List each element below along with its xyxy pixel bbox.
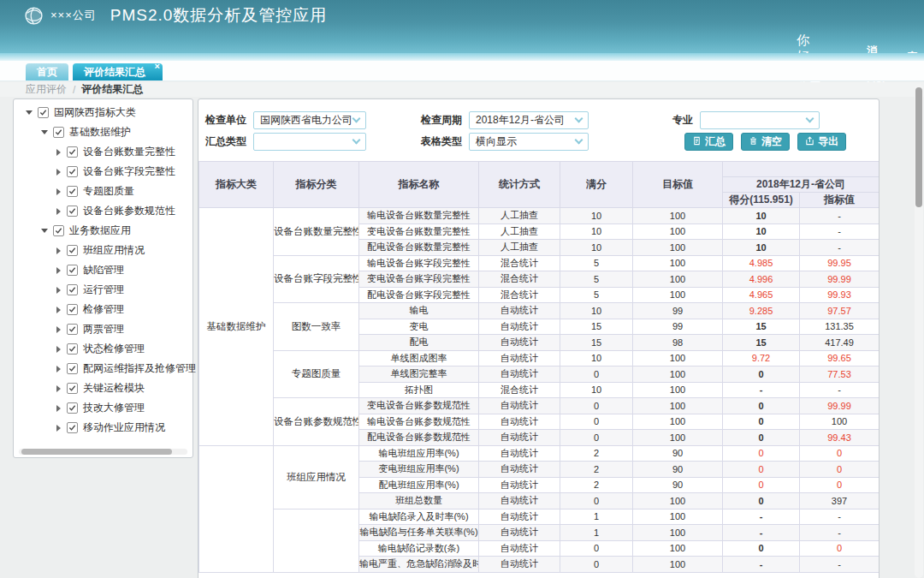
indicator-name-cell: 输电 bbox=[359, 303, 479, 319]
breadcrumb-parent[interactable]: 应用评价 bbox=[26, 82, 67, 97]
tree-checkbox-checked[interactable] bbox=[67, 343, 78, 355]
sidebar-hscrollbar[interactable] bbox=[19, 449, 187, 455]
score-cell: 4.965 bbox=[723, 287, 800, 303]
tree-checkbox-checked[interactable] bbox=[53, 127, 64, 138]
sidebar-hscrollbar-thumb[interactable] bbox=[21, 449, 172, 455]
tree-collapse-icon[interactable] bbox=[56, 287, 61, 294]
tree-item[interactable]: 基础数据维护 bbox=[22, 122, 191, 142]
major-select[interactable] bbox=[700, 111, 820, 129]
tree-item[interactable]: 设备台账参数规范性 bbox=[22, 201, 191, 221]
tree-item[interactable]: 运行管理 bbox=[22, 280, 191, 300]
tree-checkbox-checked[interactable] bbox=[67, 304, 78, 315]
tree-item[interactable]: 国网陕西指标大类 bbox=[22, 103, 191, 122]
tree-collapse-icon[interactable] bbox=[56, 208, 61, 215]
tree-item[interactable]: 关键运检模块 bbox=[22, 378, 191, 398]
check-period-select[interactable]: 2018年12月-省公司 bbox=[469, 111, 589, 129]
tree-collapse-icon[interactable] bbox=[56, 425, 61, 432]
tree-collapse-icon[interactable] bbox=[56, 247, 61, 254]
tree-collapse-icon[interactable] bbox=[56, 385, 61, 392]
tree-collapse-icon[interactable] bbox=[56, 346, 61, 353]
tab-close-icon[interactable]: × bbox=[155, 62, 160, 71]
content-area: 国网陕西指标大类基础数据维护设备台账数量完整性设备台账字段完整性专题图质量设备台… bbox=[0, 97, 924, 578]
tree-collapse-icon[interactable] bbox=[56, 366, 61, 372]
tree-collapse-icon[interactable] bbox=[56, 169, 61, 176]
tree-item[interactable]: 班组应用情况 bbox=[22, 241, 191, 260]
app-header: ×××公司 PMS2.0数据分析及管控应用 应用评价设备参数业务核查任务督办系统… bbox=[0, 0, 924, 53]
table-type-select[interactable]: 横向显示 bbox=[469, 133, 589, 151]
indicator-value-cell: 417.49 bbox=[800, 335, 880, 351]
tree-checkbox-checked[interactable] bbox=[67, 324, 78, 335]
score-cell: 0 bbox=[723, 462, 800, 478]
tree-item[interactable]: 技改大修管理 bbox=[22, 398, 191, 418]
tree-item[interactable]: 状态检修管理 bbox=[22, 339, 191, 359]
indicator-tree-panel: 国网陕西指标大类基础数据维护设备台账数量完整性设备台账字段完整性专题图质量设备台… bbox=[13, 98, 193, 458]
table-row: 图数一致率输电自动统计10999.28597.57 bbox=[199, 303, 880, 319]
summarize-button[interactable]: 汇总 bbox=[684, 133, 733, 151]
score-cell: 0 bbox=[723, 430, 800, 446]
tree-checkbox-checked[interactable] bbox=[67, 166, 78, 177]
export-button[interactable]: 导出 bbox=[797, 133, 846, 151]
full-score-cell: 10 bbox=[560, 208, 633, 224]
tree-expand-icon[interactable] bbox=[41, 229, 48, 233]
tab-eval-summary[interactable]: 评价结果汇总× bbox=[73, 63, 163, 80]
tree-item[interactable]: 检修管理 bbox=[22, 300, 191, 319]
tree-collapse-icon[interactable] bbox=[56, 267, 61, 274]
tree-expand-icon[interactable] bbox=[41, 130, 48, 134]
tree-collapse-icon[interactable] bbox=[56, 149, 61, 156]
tree-checkbox-checked[interactable] bbox=[67, 146, 78, 158]
score-cell: 0 bbox=[723, 540, 800, 557]
category-cell: 基础数据维护 bbox=[199, 208, 274, 446]
tree-checkbox-checked[interactable] bbox=[67, 284, 78, 295]
score-cell: 0 bbox=[723, 477, 800, 493]
check-unit-select[interactable]: 国网陕西省电力公司 bbox=[253, 111, 366, 129]
tree-collapse-icon[interactable] bbox=[56, 405, 61, 412]
main-vscrollbar[interactable] bbox=[915, 84, 923, 578]
indicator-value-cell: 99.95 bbox=[800, 255, 880, 271]
tree-item-label: 关键运检模块 bbox=[83, 381, 145, 396]
tree-checkbox-checked[interactable] bbox=[67, 402, 78, 414]
indicator-name-cell: 变电 bbox=[359, 319, 479, 335]
target-value-cell: 90 bbox=[633, 462, 723, 478]
tree-expand-icon[interactable] bbox=[26, 110, 33, 115]
indicator-value-cell: 97.57 bbox=[800, 303, 880, 319]
tree-item[interactable]: 配网运维指挥及抢修管理 bbox=[22, 359, 191, 378]
subcategory-cell: 设备台账参数规范性 bbox=[274, 398, 359, 446]
tree-collapse-icon[interactable] bbox=[56, 326, 61, 333]
tree-collapse-icon[interactable] bbox=[56, 307, 61, 313]
company-name: ×××公司 bbox=[50, 8, 97, 23]
breadcrumb-separator: / bbox=[73, 84, 75, 96]
select-value: 横向显示 bbox=[476, 134, 517, 149]
indicator-name-cell: 输电设备台账参数规范性 bbox=[359, 414, 479, 430]
tree-checkbox-checked[interactable] bbox=[67, 422, 78, 433]
target-value-cell: 100 bbox=[633, 525, 723, 541]
tree-checkbox-checked[interactable] bbox=[38, 107, 49, 118]
indicator-name-cell: 配电 bbox=[359, 335, 479, 351]
toolbar: 汇总清空导出 bbox=[684, 133, 854, 151]
tree-item[interactable]: 两票管理 bbox=[22, 319, 191, 339]
tree-checkbox-checked[interactable] bbox=[67, 186, 78, 197]
tree-item[interactable]: 设备台账数量完整性 bbox=[22, 142, 191, 162]
indicator-value-cell: - bbox=[800, 223, 880, 240]
tree-item-label: 设备台账数量完整性 bbox=[83, 145, 175, 159]
tree-item[interactable]: 专题图质量 bbox=[22, 182, 191, 201]
tree-checkbox-checked[interactable] bbox=[67, 363, 78, 374]
tree-item[interactable]: 缺陷管理 bbox=[22, 260, 191, 280]
subcategory-cell: 设备台账数量完整性 bbox=[274, 208, 359, 256]
tree-checkbox-checked[interactable] bbox=[67, 245, 78, 256]
tree-item[interactable]: 业务数据应用 bbox=[22, 221, 191, 241]
tree-checkbox-checked[interactable] bbox=[67, 265, 78, 276]
tree-collapse-icon[interactable] bbox=[56, 188, 61, 195]
score-cell: 4.996 bbox=[723, 271, 800, 288]
indicator-name-cell: 输电缺陷记录数(条) bbox=[359, 540, 479, 557]
tree-checkbox-checked[interactable] bbox=[67, 206, 78, 217]
summary-type-select[interactable] bbox=[253, 133, 366, 151]
tree-checkbox-checked[interactable] bbox=[53, 225, 64, 236]
score-cell: 0 bbox=[723, 445, 800, 462]
tree-item[interactable]: 设备台账字段完整性 bbox=[22, 162, 191, 182]
tab-home[interactable]: 首页 bbox=[26, 63, 68, 80]
tree-item[interactable]: 移动作业应用情况 bbox=[22, 418, 191, 438]
main-vscrollbar-thumb[interactable] bbox=[915, 87, 922, 207]
tree-checkbox-checked[interactable] bbox=[67, 383, 78, 394]
clear-button[interactable]: 清空 bbox=[741, 133, 790, 151]
table-row: 输电缺陷录入及时率(%)自动统计1100-- bbox=[199, 509, 880, 525]
